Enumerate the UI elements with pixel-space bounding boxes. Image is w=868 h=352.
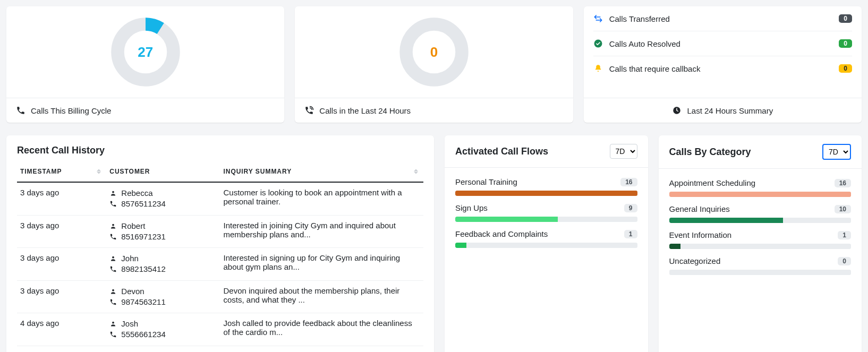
summary-label: Calls that require callback	[609, 64, 833, 73]
progress-item: General Inquiries10	[669, 204, 852, 223]
summary-row: Calls Transferred0	[593, 6, 852, 31]
history-table: TIMESTAMP CUSTOMER INQUIRY SUMMARY 3 day…	[17, 162, 423, 346]
card-activated-call-flows: Activated Call Flows 7D Personal Trainin…	[445, 135, 648, 352]
progress-bar	[669, 270, 852, 275]
progress-label: Appointment Scheduling	[669, 178, 756, 187]
sort-icon	[97, 169, 101, 174]
progress-item: Sign Ups9	[455, 203, 637, 222]
donut-chart: 27	[108, 15, 183, 89]
customer-phone: 8982135412	[121, 264, 165, 274]
cell-customer: Rebecca8576511234	[106, 182, 220, 215]
progress-fill	[455, 191, 637, 196]
col-timestamp[interactable]: TIMESTAMP	[17, 162, 106, 182]
card-footer: Calls in the Last 24 Hours	[295, 98, 573, 123]
user-icon	[109, 320, 117, 328]
phone-icon	[16, 106, 25, 115]
card-header: Activated Call Flows 7D	[445, 135, 648, 168]
card-footer-label: Last 24 Hours Summary	[687, 106, 773, 115]
cell-inquiry: Josh called to provide feedback about th…	[220, 313, 423, 346]
table-row[interactable]: 3 days agoRebecca8576511234Customer is l…	[17, 182, 423, 215]
check-circle-icon	[593, 39, 603, 48]
card-calls-billing-cycle: 27 Calls This Billing Cycle	[6, 6, 284, 123]
progress-bar	[669, 244, 852, 249]
customer-name: John	[121, 253, 139, 264]
cell-timestamp: 3 days ago	[17, 248, 106, 281]
customer-name: Josh	[121, 319, 138, 329]
phone-volume-icon	[304, 106, 314, 115]
progress-bar	[455, 217, 637, 222]
cell-inquiry: Interested in joining City Gym and inqui…	[220, 215, 423, 248]
summary-list: Calls Transferred0Calls Auto Resolved0Ca…	[584, 6, 862, 98]
customer-phone: 8576511234	[121, 199, 165, 209]
summary-count-badge: 0	[839, 14, 852, 23]
progress-bar	[669, 192, 852, 197]
progress-bar	[455, 191, 637, 196]
history-footer: Previous Next View Complete Call History	[17, 346, 423, 353]
progress-count-badge: 1	[838, 231, 851, 239]
cell-inquiry: Devon inquired about the membership plan…	[220, 280, 423, 313]
card-footer: Last 24 Hours Summary	[584, 98, 862, 123]
progress-fill	[455, 217, 558, 222]
summary-count-badge: 0	[839, 39, 852, 48]
card-footer: Calls This Billing Cycle	[6, 98, 284, 123]
table-row[interactable]: 3 days agoJohn8982135412Interested in si…	[17, 248, 423, 281]
card-calls-last-24h: 0 Calls in the Last 24 Hours	[295, 6, 573, 123]
cell-customer: Devon9874563211	[106, 280, 220, 313]
phone-icon	[109, 200, 117, 208]
progress-count-badge: 0	[838, 257, 851, 265]
phone-icon	[109, 265, 117, 273]
sort-icon	[414, 169, 418, 174]
phone-icon	[109, 331, 117, 338]
phone-icon	[109, 233, 117, 241]
col-inquiry[interactable]: INQUIRY SUMMARY	[220, 162, 423, 182]
progress-label: General Inquiries	[669, 204, 730, 213]
progress-count-badge: 9	[624, 204, 637, 212]
table-row[interactable]: 3 days agoDevon9874563211Devon inquired …	[17, 280, 423, 313]
cell-timestamp: 3 days ago	[17, 280, 106, 313]
progress-label: Uncategorized	[669, 256, 721, 265]
progress-item: Uncategorized0	[669, 256, 852, 275]
user-icon	[109, 288, 117, 295]
progress-bar	[669, 218, 852, 223]
user-icon	[109, 222, 117, 230]
card-recent-call-history: Recent Call History TIMESTAMP CUSTOMER I…	[6, 135, 434, 352]
progress-label: Sign Ups	[455, 203, 488, 212]
phone-icon	[109, 298, 117, 306]
progress-label: Personal Training	[455, 177, 517, 186]
flows-range-select[interactable]: 7D	[610, 144, 637, 159]
customer-phone: 8516971231	[121, 231, 165, 242]
customer-name: Devon	[121, 286, 144, 297]
user-icon	[109, 255, 117, 262]
bell-icon	[593, 64, 603, 73]
progress-item: Event Information1	[669, 230, 852, 249]
progress-fill	[669, 244, 680, 249]
donut-chart: 0	[397, 15, 471, 89]
card-footer-label: Calls This Billing Cycle	[31, 106, 111, 115]
cell-timestamp: 4 days ago	[17, 313, 106, 346]
progress-item: Personal Training16	[455, 177, 637, 196]
transfer-icon	[593, 14, 603, 23]
top-stats-row: 27 Calls This Billing Cycle 0 Calls in t…	[6, 6, 862, 123]
progress-count-badge: 16	[835, 179, 851, 187]
summary-label: Calls Auto Resolved	[609, 39, 833, 48]
cell-timestamp: 3 days ago	[17, 215, 106, 248]
progress-count-badge: 10	[835, 205, 851, 213]
clock-icon	[672, 106, 682, 115]
table-row[interactable]: 3 days agoRobert8516971231Interested in …	[17, 215, 423, 248]
table-row[interactable]: 4 days agoJosh5556661234Josh called to p…	[17, 313, 423, 346]
cell-customer: Robert8516971231	[106, 215, 220, 248]
customer-name: Robert	[121, 221, 145, 231]
user-icon	[109, 190, 117, 197]
progress-count-badge: 1	[624, 230, 637, 238]
customer-phone: 9874563211	[121, 297, 165, 307]
summary-row: Calls that require callback0	[593, 56, 852, 81]
donut-value: 27	[108, 15, 183, 89]
bottom-row: Recent Call History TIMESTAMP CUSTOMER I…	[6, 135, 862, 352]
donut-value: 0	[397, 15, 471, 89]
progress-bar	[455, 243, 637, 248]
col-customer[interactable]: CUSTOMER	[106, 162, 220, 182]
history-body: 3 days agoRebecca8576511234Customer is l…	[17, 182, 423, 346]
categories-range-select[interactable]: 7D	[822, 144, 851, 160]
progress-label: Event Information	[669, 230, 732, 239]
customer-name: Rebecca	[121, 188, 152, 199]
